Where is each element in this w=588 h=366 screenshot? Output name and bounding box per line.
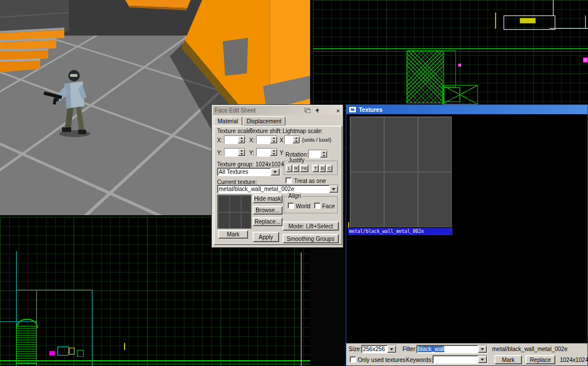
current-texture-readout: metal/black_wall_metal_002e — [492, 346, 567, 352]
texture-preview — [217, 194, 252, 229]
browser-mark-button[interactable]: Mark — [494, 355, 522, 364]
treat-as-one-checkbox[interactable] — [285, 177, 292, 184]
wire-line-cyan — [16, 290, 92, 290]
chevron-down-icon[interactable] — [478, 356, 487, 363]
texture-scale-y-spinner[interactable] — [224, 148, 246, 157]
tab-displacement[interactable]: Displacement — [243, 116, 286, 126]
filter-input[interactable]: black_wall — [416, 345, 488, 353]
chevron-down-icon[interactable] — [478, 345, 487, 353]
wire-rect-green — [443, 50, 456, 87]
justify-bottom-button[interactable]: B — [319, 165, 326, 172]
texture-group-label: Texture group: — [217, 161, 254, 168]
face-edit-sheet-window: Face Edit Sheet × Material Displacement … — [211, 104, 343, 248]
browser-replace-button[interactable]: Replace — [525, 355, 555, 364]
only-used-textures-checkbox[interactable] — [350, 356, 356, 363]
orange-steps — [0, 28, 64, 72]
keywords-label: Keywords: — [406, 357, 433, 363]
wire-line-bright-green — [0, 360, 310, 361]
size-dropdown[interactable]: 256x256 — [361, 345, 397, 353]
player-model — [44, 70, 90, 137]
lightmap-y-label: Y — [280, 150, 284, 156]
wire-rect-yellow — [69, 348, 75, 355]
texture-group-dropdown[interactable]: All Textures — [217, 168, 280, 176]
textures-window-icon — [349, 106, 357, 113]
wire-line-white — [553, 0, 554, 15]
window-icon[interactable] — [304, 107, 312, 114]
scale-x-label: X: — [217, 137, 222, 143]
justify-right-button[interactable]: R — [293, 165, 299, 172]
justify-group: Justify L R Fit T B C — [284, 161, 338, 175]
keywords-input[interactable] — [432, 355, 488, 364]
wire-point-magenta — [583, 57, 588, 63]
current-texture-dropdown[interactable]: metal/black_wall_metal_002e — [217, 185, 339, 193]
shift-y-label: Y: — [249, 150, 254, 156]
textures-window: Textures metal/black_wall_metal_002e Siz… — [346, 104, 588, 366]
filter-label: Filter: — [403, 346, 417, 352]
wire-line-green — [0, 364, 310, 364]
wire-line-green — [313, 48, 588, 49]
wire-tick-yellow — [124, 343, 125, 350]
wire-line-white — [550, 28, 588, 29]
wire-hatch-green — [407, 50, 444, 103]
face-edit-title: Face Edit Sheet — [215, 107, 302, 114]
hammer-editor-screen: Face Edit Sheet × Material Displacement … — [0, 0, 588, 366]
wire-block-magenta — [49, 351, 55, 356]
texture-group-value: 1024x1024 — [256, 161, 284, 168]
chevron-down-icon[interactable] — [329, 185, 338, 193]
texture-shift-label: Texture shift: — [249, 128, 282, 134]
textures-titlebar[interactable]: Textures — [346, 105, 587, 114]
lightmap-scale-label: Lightmap scale: — [283, 128, 323, 134]
lightmap-x-label: X — [280, 137, 284, 143]
wire-block-yellow — [520, 18, 536, 24]
size-label: Size: — [349, 346, 361, 352]
rotation-spinner[interactable] — [308, 150, 328, 158]
mark-button[interactable]: Mark — [218, 230, 248, 239]
justify-fit-button[interactable]: Fit — [300, 165, 308, 172]
align-label: Align — [287, 193, 302, 199]
align-face-label: Face — [322, 203, 335, 209]
apply-button[interactable]: Apply — [253, 232, 279, 242]
texture-thumbnail[interactable] — [350, 116, 452, 227]
units-label: (units / luxel) — [302, 137, 331, 143]
wire-line-yellow — [495, 13, 496, 29]
shift-x-label: X: — [249, 137, 254, 143]
face-edit-tabs: Material Displacement — [214, 116, 286, 126]
justify-top-button[interactable]: T — [312, 165, 319, 172]
pin-icon[interactable] — [314, 107, 322, 114]
wire-line-white — [585, 15, 586, 29]
texture-browser-controls: Size: 256x256 Filter: black_wall metal/b… — [346, 343, 587, 365]
scale-y-label: Y: — [217, 150, 222, 156]
chevron-down-icon[interactable] — [270, 168, 280, 176]
smoothing-groups-button[interactable]: Smoothing Groups — [283, 234, 339, 243]
justify-left-button[interactable]: L — [286, 165, 292, 172]
hide-mask-button[interactable]: Hide mask — [253, 194, 283, 203]
texture-scale-x-spinner[interactable] — [224, 135, 246, 144]
wire-rect-green — [77, 350, 84, 357]
lightmap-scale-spinner[interactable] — [284, 135, 300, 144]
chevron-down-icon[interactable] — [387, 345, 396, 353]
wire-line-white — [301, 252, 301, 366]
align-group: Align World Face — [284, 196, 338, 213]
wire-ladder-green — [16, 326, 37, 364]
wire-point-magenta — [458, 64, 461, 67]
mode-lift-select-button[interactable]: Mode: Lift+Select — [283, 221, 339, 231]
close-icon[interactable]: × — [336, 107, 340, 114]
browse-button[interactable]: Browse... — [253, 206, 283, 215]
justify-label: Justify — [287, 157, 305, 163]
tab-material[interactable]: Material — [214, 116, 242, 126]
texture-scale-label: Texture scale: — [217, 128, 253, 134]
align-face-checkbox[interactable] — [314, 203, 320, 209]
treat-as-one-label: Treat as one — [294, 178, 326, 184]
align-world-checkbox[interactable] — [288, 203, 294, 209]
textures-title: Textures — [359, 107, 382, 113]
texture-thumbnail-name: metal/black_wall_metal_002e — [348, 228, 452, 235]
texture-shift-x-spinner[interactable] — [256, 135, 278, 144]
face-edit-titlebar[interactable]: Face Edit Sheet × — [213, 106, 342, 115]
texture-shift-y-spinner[interactable] — [256, 148, 278, 157]
replace-button[interactable]: Replace... — [253, 217, 283, 226]
only-used-textures-label: Only used textures — [358, 357, 405, 363]
wall-opening — [223, 38, 248, 76]
justify-center-button[interactable]: C — [326, 165, 332, 172]
align-world-label: World — [296, 203, 311, 209]
texture-resolution: 1024x1024 — [560, 357, 588, 363]
